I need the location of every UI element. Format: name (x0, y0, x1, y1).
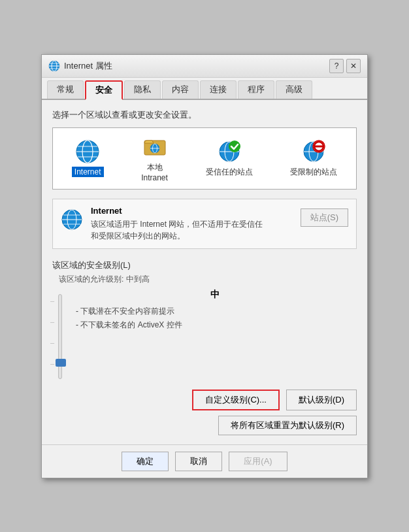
zone-item-restricted[interactable]: 受限制的站点 (290, 139, 337, 178)
slider-mark-med-high: – (50, 318, 54, 325)
security-bullet-2: - 不下载未签名的 ActiveX 控件 (76, 318, 357, 333)
description-box: Internet 该区域适用于 Internet 网站，但不适用于在受信任和受限… (52, 199, 357, 249)
security-allowed-range: 该区域的允许级别: 中到高 (52, 274, 357, 285)
desc-title: Internet (91, 206, 293, 216)
dialog-footer: 确定 取消 应用(A) (42, 444, 367, 478)
zone-label-trusted: 受信任的站点 (206, 167, 253, 178)
desc-right: 站点(S) (301, 206, 348, 227)
instruction-text: 选择一个区域以查看或更改安全设置。 (52, 109, 357, 121)
zone-item-trusted[interactable]: 受信任的站点 (206, 139, 253, 178)
slider-mark-high: – (50, 297, 54, 305)
tab-bar: 常规 安全 隐私 内容 连接 程序 高级 (42, 78, 367, 100)
zone-label-restricted: 受限制的站点 (290, 167, 337, 178)
reset-all-button[interactable]: 将所有区域重置为默认级别(R) (218, 416, 357, 435)
slider-mark-med: – (50, 339, 54, 346)
slider-container: – – – – (52, 291, 67, 383)
desc-content: Internet 该区域适用于 Internet 网站，但不适用于在受信任和受限… (91, 206, 293, 242)
tab-content[interactable]: 内容 (162, 80, 199, 99)
dialog-title: Internet 属性 (64, 60, 112, 72)
security-level-label: 该区域的安全级别(L) (52, 259, 357, 271)
ok-button[interactable]: 确定 (122, 452, 169, 471)
title-bar-buttons: ? ✕ (329, 59, 361, 73)
slider-wrapper: – – – – (50, 291, 74, 383)
security-bullet-1: - 下载潜在不安全内容前提示 (76, 305, 357, 319)
slider-mark-low: – (50, 359, 54, 367)
internet-properties-dialog: Internet 属性 ? ✕ 常规 安全 隐私 内容 连接 程序 高级 选择一… (41, 54, 368, 478)
custom-level-button[interactable]: 自定义级别(C)... (192, 390, 280, 410)
zone-item-local[interactable]: 本地Intranet (141, 135, 168, 182)
zone-label-local: 本地Intranet (141, 162, 168, 182)
cancel-button[interactable]: 取消 (175, 452, 222, 471)
security-description: 中 - 下载潜在不安全内容前提示 - 不下载未签名的 ActiveX 控件 (73, 289, 357, 383)
zone-label-internet: Internet (72, 167, 104, 177)
tab-security[interactable]: 安全 (85, 80, 123, 100)
help-button[interactable]: ? (329, 59, 344, 73)
security-level-section: 该区域的安全级别(L) 该区域的允许级别: 中到高 – – – – (52, 259, 357, 435)
svg-point-17 (229, 141, 240, 152)
slider-track (58, 294, 62, 379)
internet-icon (75, 139, 100, 164)
tab-advanced[interactable]: 高级 (276, 80, 312, 99)
trusted-icon (217, 139, 242, 164)
security-bullets: - 下载潜在不安全内容前提示 - 不下载未签名的 ActiveX 控件 (73, 305, 357, 333)
desc-globe-icon (61, 208, 83, 233)
tab-privacy[interactable]: 隐私 (124, 80, 161, 99)
restricted-icon (301, 139, 326, 164)
content-area: 选择一个区域以查看或更改安全设置。 Internet (42, 100, 367, 444)
ie-icon (48, 60, 60, 72)
default-level-button[interactable]: 默认级别(D) (286, 390, 357, 410)
local-icon (142, 135, 167, 159)
close-button[interactable]: ✕ (346, 59, 361, 73)
title-bar-left: Internet 属性 (48, 60, 112, 72)
tab-general[interactable]: 常规 (47, 80, 84, 99)
sites-button[interactable]: 站点(S) (301, 208, 348, 227)
reset-all-row: 将所有区域重置为默认级别(R) (52, 416, 357, 435)
desc-text: 该区域适用于 Internet 网站，但不适用于在受信任和受限区域中列出的网站。 (91, 218, 293, 242)
tab-connections[interactable]: 连接 (200, 80, 237, 99)
slider-thumb[interactable] (56, 359, 66, 367)
title-bar: Internet 属性 ? ✕ (42, 55, 367, 78)
slider-area: – – – – 中 - 下载潜在不安全内容前提示 (52, 289, 357, 383)
security-level-name: 中 (73, 289, 357, 301)
security-buttons-row: 自定义级别(C)... 默认级别(D) (52, 390, 357, 410)
apply-button[interactable]: 应用(A) (229, 452, 287, 471)
zone-item-internet[interactable]: Internet (72, 139, 104, 177)
zone-selector-box: Internet 本地Intranet (52, 127, 357, 190)
tab-programs[interactable]: 程序 (238, 80, 274, 99)
